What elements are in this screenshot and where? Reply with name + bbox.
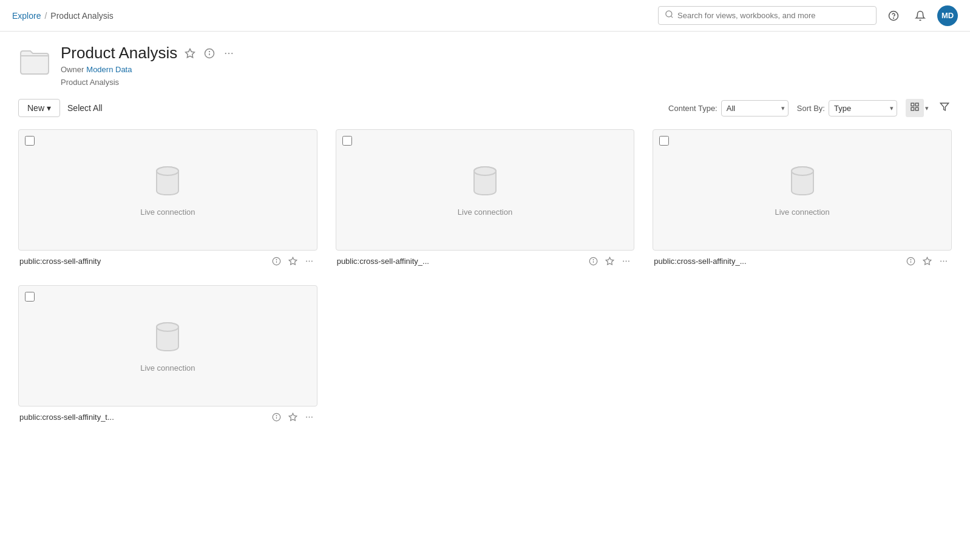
search-icon	[665, 10, 674, 21]
card-item: Live connection public:cross-sell-affini…	[18, 129, 317, 267]
card-info-button[interactable]	[270, 255, 283, 267]
filter-button[interactable]	[937, 100, 952, 116]
card-info-button[interactable]	[586, 255, 600, 267]
breadcrumb-explore[interactable]: Explore	[12, 11, 41, 21]
select-all-button[interactable]: Select All	[67, 103, 103, 113]
card-name: public:cross-sell-affinity_...	[654, 257, 746, 266]
svg-point-41	[943, 261, 945, 262]
sort-group: Sort By: Type Name Date Modified Date Cr…	[797, 100, 897, 116]
card-thumbnail[interactable]: Live connection	[653, 129, 952, 251]
card-name: public:cross-sell-affinity_t...	[19, 413, 114, 422]
view-toggle: ▾	[906, 99, 929, 117]
card-actions	[270, 411, 316, 423]
card-actions	[270, 255, 316, 267]
card-name: public:cross-sell-affinity	[19, 257, 101, 266]
card-info-button[interactable]	[270, 411, 283, 423]
svg-point-26	[474, 167, 496, 175]
toolbar: New ▾ Select All Content Type: All Workb…	[0, 93, 970, 123]
card-checkbox[interactable]	[25, 292, 35, 302]
sort-by-label: Sort By:	[797, 104, 825, 113]
svg-point-35	[792, 167, 813, 175]
svg-point-32	[626, 261, 627, 262]
card-info: public:cross-sell-affinity_...	[653, 255, 952, 267]
svg-point-42	[946, 261, 947, 262]
grid-view-button[interactable]	[906, 99, 924, 117]
card-info-button[interactable]	[904, 255, 918, 267]
card-favorite-button[interactable]	[603, 255, 617, 267]
svg-point-17	[157, 167, 178, 175]
svg-point-8	[225, 52, 226, 53]
card-checkbox[interactable]	[659, 136, 669, 146]
card-item: Live connection public:cross-sell-affini…	[18, 285, 317, 423]
svg-point-40	[940, 261, 941, 262]
content-type-select[interactable]: All Workbooks Views Data Sources	[721, 100, 789, 116]
search-input[interactable]	[677, 11, 870, 20]
svg-marker-48	[289, 413, 297, 420]
card-favorite-button[interactable]	[920, 255, 934, 267]
svg-marker-30	[606, 257, 614, 265]
svg-point-23	[308, 261, 310, 262]
live-connection-label: Live connection	[775, 207, 829, 217]
header-right: MD	[658, 5, 958, 26]
card-favorite-button[interactable]	[286, 411, 300, 423]
page-header: Product Analysis Owner Mode	[0, 32, 970, 93]
more-button[interactable]	[222, 47, 236, 60]
page-description: Product Analysis	[61, 78, 236, 87]
info-button[interactable]	[203, 47, 216, 60]
breadcrumb: Explore / Product Analysis	[12, 11, 114, 21]
svg-rect-12	[915, 103, 918, 106]
notifications-button[interactable]	[911, 6, 930, 25]
sort-by-select[interactable]: Type Name Date Modified Date Created	[829, 100, 897, 116]
svg-rect-11	[911, 103, 914, 106]
card-thumbnail[interactable]: Live connection	[18, 129, 317, 251]
content-grid: Live connection public:cross-sell-affini…	[0, 123, 970, 441]
svg-point-49	[306, 417, 307, 418]
new-button[interactable]: New ▾	[18, 99, 60, 117]
database-icon	[153, 164, 182, 198]
card-thumbnail[interactable]: Live connection	[336, 129, 635, 251]
svg-point-22	[306, 261, 307, 262]
card-actions	[586, 255, 633, 267]
toolbar-left: New ▾ Select All	[18, 99, 103, 117]
breadcrumb-current: Product Analysis	[50, 11, 114, 21]
favorite-button[interactable]	[183, 47, 197, 60]
help-button[interactable]	[884, 6, 903, 25]
database-icon	[788, 164, 817, 198]
svg-point-50	[308, 417, 310, 418]
content-type-select-wrap: All Workbooks Views Data Sources	[721, 100, 789, 116]
svg-marker-39	[923, 257, 931, 265]
content-type-label: Content Type:	[668, 104, 717, 113]
svg-rect-13	[915, 107, 918, 110]
card-more-button[interactable]	[619, 255, 633, 267]
search-bar	[658, 6, 877, 25]
card-thumbnail[interactable]: Live connection	[18, 285, 317, 407]
card-item: Live connection public:cross-sell-affini…	[336, 129, 635, 267]
breadcrumb-separator: /	[44, 11, 47, 21]
live-connection-label: Live connection	[140, 207, 195, 217]
svg-marker-21	[289, 257, 297, 265]
card-item: Live connection public:cross-sell-affini…	[653, 129, 952, 267]
svg-rect-14	[911, 107, 914, 110]
card-checkbox[interactable]	[25, 136, 35, 146]
svg-point-44	[157, 323, 178, 331]
live-connection-label: Live connection	[458, 207, 512, 217]
card-favorite-button[interactable]	[286, 255, 300, 267]
svg-line-1	[671, 16, 673, 18]
card-more-button[interactable]	[302, 411, 316, 423]
owner-label: Owner	[61, 65, 84, 74]
page-title: Product Analysis	[61, 44, 177, 62]
svg-point-10	[231, 52, 232, 53]
svg-point-0	[666, 11, 672, 17]
card-info: public:cross-sell-affinity_t...	[18, 411, 317, 423]
live-connection-label: Live connection	[140, 363, 195, 373]
card-more-button[interactable]	[937, 255, 951, 267]
content-type-group: Content Type: All Workbooks Views Data S…	[668, 100, 789, 116]
owner-row: Owner Modern Data	[61, 65, 236, 74]
card-more-button[interactable]	[302, 255, 316, 267]
avatar[interactable]: MD	[937, 5, 958, 26]
svg-point-9	[228, 52, 229, 53]
owner-link[interactable]: Modern Data	[86, 65, 132, 74]
project-folder-icon	[18, 46, 50, 80]
header: Explore / Product Analysis MD	[0, 0, 970, 32]
card-checkbox[interactable]	[342, 136, 352, 146]
